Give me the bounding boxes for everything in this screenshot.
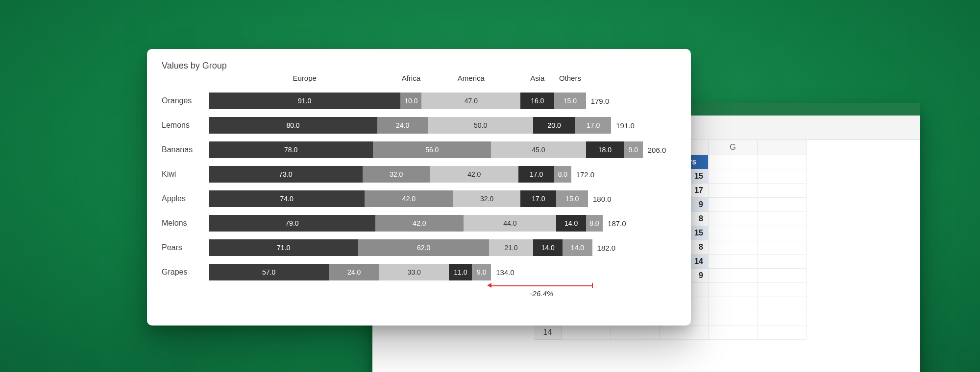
bar-row: Lemons 80.0 24.0 50.0 20.0 17.0 191.0 — [162, 113, 676, 138]
bar-total: 179.0 — [591, 97, 610, 105]
bar-label: Kiwi — [162, 170, 209, 179]
cell[interactable] — [758, 226, 807, 240]
bar-seg-europe: 79.0 — [209, 215, 375, 232]
cell[interactable] — [709, 212, 758, 226]
cell[interactable] — [758, 169, 807, 184]
bar-seg-africa: 24.0 — [329, 264, 379, 280]
bar-seg-africa: 10.0 — [400, 93, 421, 109]
bar-seg-others: 14.0 — [563, 239, 592, 256]
bar-seg-europe: 74.0 — [209, 190, 365, 207]
bar-row: Grapes 57.0 24.0 33.0 11.0 9.0 134.0 — [162, 260, 676, 284]
bar-seg-europe: 91.0 — [209, 93, 400, 109]
delta-annotation: -26.4% — [209, 284, 676, 299]
bar-seg-asia: 17.0 — [518, 166, 554, 183]
bar-row: Kiwi 73.0 32.0 42.0 17.0 8.0 172.0 — [162, 162, 676, 186]
cell[interactable] — [709, 184, 758, 198]
bar-row: Apples 74.0 42.0 32.0 17.0 15.0 180.0 — [162, 186, 676, 211]
chart-plot-area: Europe Africa America Asia Others Orange… — [162, 74, 676, 299]
bar-seg-asia: 16.0 — [520, 93, 554, 109]
bar-row: Pears 71.0 62.0 21.0 14.0 14.0 182.0 — [162, 235, 676, 260]
bar-total: 134.0 — [496, 268, 514, 277]
bar-seg-europe: 57.0 — [209, 264, 329, 280]
cell[interactable] — [758, 326, 807, 340]
bar-total: 172.0 — [576, 170, 595, 179]
bar-seg-america: 47.0 — [421, 93, 520, 109]
cell[interactable] — [709, 155, 758, 169]
cell[interactable] — [758, 212, 807, 226]
bar-seg-others: 9.0 — [472, 264, 491, 280]
bar-seg-others: 8.0 — [586, 215, 603, 232]
bar-total: 182.0 — [597, 244, 616, 252]
bar-seg-africa: 24.0 — [377, 117, 428, 134]
cell[interactable] — [660, 326, 709, 340]
bar-label: Grapes — [162, 268, 209, 277]
bar-seg-europe: 78.0 — [209, 141, 373, 158]
bar-total: 206.0 — [648, 146, 666, 154]
bar-seg-others: 17.0 — [575, 117, 611, 134]
chart-legend: Europe Africa America Asia Others — [162, 74, 676, 86]
bar-seg-asia: 14.0 — [556, 215, 586, 232]
bar-row: Melons 79.0 42.0 44.0 14.0 8.0 187.0 — [162, 211, 676, 235]
cell[interactable] — [562, 326, 611, 340]
bar-seg-others: 15.0 — [554, 93, 586, 109]
cell[interactable] — [758, 184, 807, 198]
bar-seg-europe: 73.0 — [209, 166, 363, 183]
bar-row: Oranges 91.0 10.0 47.0 16.0 15.0 179.0 — [162, 89, 676, 113]
bar-seg-america: 32.0 — [453, 190, 521, 207]
row-head[interactable]: 14 — [534, 326, 562, 340]
delta-tick-icon — [592, 283, 593, 288]
bar-seg-others: 15.0 — [556, 190, 588, 207]
cell[interactable] — [709, 240, 758, 255]
bar-seg-america: 33.0 — [379, 264, 449, 280]
bar-label: Lemons — [162, 121, 209, 130]
cell[interactable] — [758, 269, 807, 283]
bar-seg-europe: 71.0 — [209, 239, 358, 256]
bar-seg-africa: 42.0 — [365, 190, 453, 207]
delta-arrow-icon — [487, 283, 491, 288]
cell[interactable] — [611, 326, 660, 340]
cell[interactable] — [709, 169, 758, 184]
cell[interactable] — [709, 269, 758, 283]
bar-label: Pears — [162, 243, 209, 252]
bar-label: Apples — [162, 194, 209, 203]
col-head-G[interactable]: G — [709, 140, 758, 155]
bar-seg-africa: 32.0 — [363, 166, 430, 183]
bar-seg-america: 44.0 — [464, 215, 556, 232]
bar-total: 187.0 — [608, 219, 626, 228]
bar-seg-asia: 18.0 — [586, 141, 624, 158]
bar-seg-america: 50.0 — [428, 117, 533, 134]
bar-seg-america: 45.0 — [491, 141, 586, 158]
cell[interactable] — [758, 240, 807, 255]
bar-seg-others: 8.0 — [554, 166, 571, 183]
legend-europe: Europe — [293, 74, 316, 82]
bar-seg-asia: 14.0 — [533, 239, 563, 256]
cell[interactable] — [709, 283, 758, 297]
cell[interactable] — [758, 283, 807, 297]
delta-label: -26.4% — [530, 289, 554, 298]
legend-asia: Asia — [530, 74, 544, 82]
bar-label: Melons — [162, 219, 209, 228]
bar-row: Bananas 78.0 56.0 45.0 18.0 9.0 206.0 — [162, 138, 676, 162]
cell[interactable] — [709, 326, 758, 340]
bar-seg-asia: 17.0 — [520, 190, 556, 207]
cell[interactable] — [758, 155, 807, 169]
legend-america: America — [458, 74, 485, 82]
cell[interactable] — [709, 311, 758, 326]
cell[interactable] — [758, 311, 807, 326]
bar-seg-asia: 20.0 — [533, 117, 575, 134]
cell[interactable] — [709, 297, 758, 311]
cell[interactable] — [758, 297, 807, 311]
bar-seg-africa: 42.0 — [375, 215, 464, 232]
cell[interactable] — [709, 198, 758, 212]
cell[interactable] — [758, 255, 807, 269]
bar-label: Oranges — [162, 96, 209, 105]
cell[interactable] — [758, 198, 807, 212]
bar-seg-asia: 11.0 — [449, 264, 472, 280]
bar-seg-africa: 62.0 — [358, 239, 489, 256]
col-head-extra — [758, 140, 807, 155]
bar-seg-others: 9.0 — [624, 141, 643, 158]
bar-label: Bananas — [162, 145, 209, 154]
cell[interactable] — [709, 226, 758, 240]
cell[interactable] — [709, 255, 758, 269]
chart-card: Values by Group Europe Africa America As… — [147, 49, 691, 326]
